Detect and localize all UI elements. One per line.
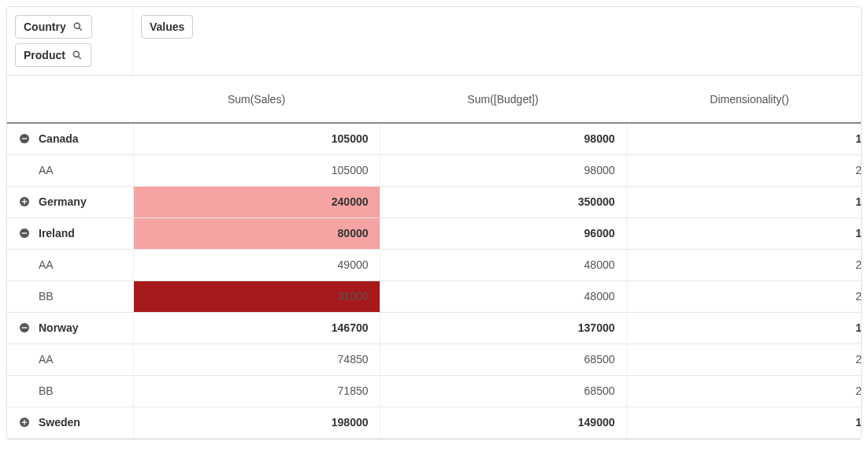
chip-label: Country	[24, 20, 66, 33]
cell-value[interactable]: 146700	[133, 312, 380, 343]
table-row: Ireland80000960001	[7, 217, 862, 249]
row-label: Sweden	[39, 416, 80, 429]
cell-value[interactable]: 96000	[380, 217, 626, 249]
cell-value[interactable]: 1	[626, 407, 862, 438]
row-header-product[interactable]: AA	[7, 343, 133, 375]
row-header-product[interactable]: AA	[7, 249, 133, 280]
svg-line-1	[79, 28, 81, 30]
svg-rect-5	[22, 139, 28, 139]
svg-point-0	[74, 23, 80, 28]
row-label: Germany	[39, 195, 87, 208]
column-measures-panel: Values	[133, 7, 861, 75]
row-header-product[interactable]: AA	[7, 154, 133, 186]
svg-point-2	[73, 51, 79, 57]
row-header-product[interactable]: BB	[7, 280, 133, 312]
cell-value[interactable]: 48000	[380, 280, 626, 312]
cell-value[interactable]: 240000	[133, 186, 380, 217]
table-row: BB31000480002	[7, 280, 862, 312]
expand-icon[interactable]	[18, 416, 31, 429]
svg-rect-8	[24, 199, 24, 205]
cell-value[interactable]: 2	[626, 249, 862, 280]
row-header-country[interactable]: Sweden	[7, 407, 133, 438]
table-row: Germany2400003500001	[7, 186, 862, 217]
dimension-chip-product[interactable]: Product	[15, 43, 91, 67]
cell-value[interactable]: 74850	[133, 343, 380, 375]
pivot-table: Sum(Sales) Sum([Budget]) Dimensionality(…	[7, 76, 862, 439]
cell-value[interactable]: 71850	[133, 375, 380, 407]
column-header[interactable]: Dimensionality()	[626, 76, 862, 123]
cell-value[interactable]: 149000	[380, 407, 626, 438]
dimension-chip-country[interactable]: Country	[15, 15, 92, 39]
column-header[interactable]: Sum([Budget])	[380, 76, 626, 123]
row-header-country[interactable]: Canada	[7, 123, 133, 154]
cell-value[interactable]: 48000	[380, 249, 626, 280]
table-row: BB71850685002	[7, 375, 862, 407]
cell-value[interactable]: 2	[626, 154, 862, 186]
cell-value[interactable]: 2	[626, 375, 862, 407]
cell-value[interactable]: 2	[626, 343, 862, 375]
measure-chip-values[interactable]: Values	[141, 15, 193, 39]
row-header-product[interactable]: BB	[7, 375, 133, 407]
svg-rect-15	[24, 420, 24, 425]
pivot-table-container: Country Product Values	[6, 6, 862, 440]
cell-value[interactable]: 68500	[380, 375, 626, 407]
svg-line-3	[78, 56, 80, 58]
cell-value[interactable]: 80000	[133, 217, 380, 249]
search-icon	[72, 21, 83, 32]
expand-icon[interactable]	[18, 195, 31, 208]
cell-value[interactable]: 1	[626, 186, 862, 217]
field-panel: Country Product Values	[7, 7, 861, 76]
cell-value[interactable]: 68500	[380, 343, 626, 375]
cell-value[interactable]: 105000	[133, 154, 380, 186]
cell-value[interactable]: 137000	[380, 312, 626, 343]
collapse-icon[interactable]	[18, 132, 31, 145]
table-row: Sweden1980001490001	[7, 407, 862, 438]
row-label: Ireland	[39, 227, 75, 239]
svg-rect-12	[22, 327, 28, 328]
column-header[interactable]: Sum(Sales)	[133, 76, 380, 123]
table-row: AA74850685002	[7, 343, 862, 375]
table-row: AA49000480002	[7, 249, 862, 280]
row-header-country[interactable]: Ireland	[7, 217, 133, 249]
row-label: Canada	[39, 132, 79, 145]
cell-value[interactable]: 1	[626, 217, 862, 249]
chip-label: Values	[150, 20, 184, 33]
collapse-icon[interactable]	[18, 321, 31, 334]
table-row: AA105000980002	[7, 154, 862, 186]
row-label: AA	[39, 258, 54, 271]
row-label: Norway	[39, 321, 79, 334]
table-row: Canada105000980001	[7, 123, 862, 154]
cell-value[interactable]: 31000	[133, 280, 380, 312]
row-dimensions-panel: Country Product	[7, 7, 133, 75]
row-header-country[interactable]: Germany	[7, 186, 133, 217]
header-blank	[7, 76, 133, 123]
search-icon	[72, 50, 83, 61]
cell-value[interactable]: 350000	[380, 186, 626, 217]
header-row: Sum(Sales) Sum([Budget]) Dimensionality(…	[7, 76, 862, 123]
cell-value[interactable]: 1	[626, 312, 862, 343]
row-header-country[interactable]: Norway	[7, 312, 133, 343]
table-row: Norway1467001370001	[7, 312, 862, 343]
row-label: BB	[39, 290, 54, 303]
cell-value[interactable]: 98000	[380, 154, 626, 186]
row-label: AA	[39, 353, 54, 366]
row-label: BB	[39, 384, 54, 397]
cell-value[interactable]: 1	[626, 123, 862, 154]
row-label: AA	[39, 164, 54, 176]
svg-rect-10	[22, 232, 28, 233]
chip-label: Product	[24, 49, 65, 61]
cell-value[interactable]: 105000	[133, 123, 380, 154]
cell-value[interactable]: 2	[626, 280, 862, 312]
cell-value[interactable]: 98000	[380, 123, 626, 154]
collapse-icon[interactable]	[18, 227, 31, 239]
cell-value[interactable]: 198000	[133, 407, 380, 438]
cell-value[interactable]: 49000	[133, 249, 380, 280]
